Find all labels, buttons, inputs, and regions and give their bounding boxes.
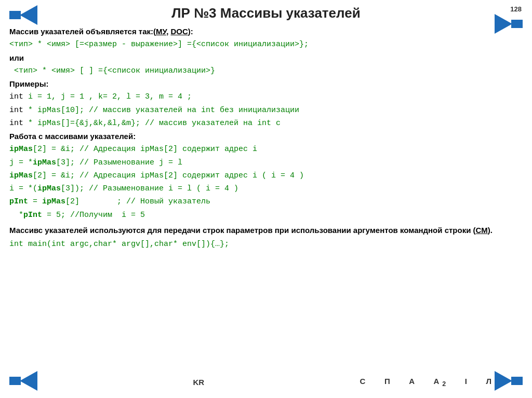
main-content: Массив указателей объявляется так:(МУ, D… (9, 25, 523, 250)
footer-row: KR С П А А2 І Л (0, 371, 532, 393)
nav-arrow-bottom-right[interactable] (495, 371, 523, 393)
code-line-5: j = *ipMas[3]; // Разыменование j = l (9, 157, 523, 169)
nav-arrow-bottom-left[interactable] (9, 371, 37, 393)
code-line-2: int * ipMas[10]; // массив указателей на… (9, 104, 523, 116)
code-line-3: int * ipMas[]={&j,&k,&l,&m}; // массив у… (9, 117, 523, 129)
examples-label: Примеры: (9, 78, 523, 90)
svg-marker-2 (495, 14, 512, 34)
svg-marker-0 (20, 5, 37, 25)
syntax-line1: <тип> * <имя> [=<размер - выражение>] ={… (9, 38, 523, 50)
nav-arrow-right[interactable] (495, 14, 523, 36)
svg-rect-3 (511, 20, 523, 28)
nav-arrow-right-top: 128 (495, 5, 523, 36)
syntax-line2: <тип> * <имя> [ ] ={<список инициализаци… (9, 65, 523, 77)
page-title: ЛР №3 Массивы указателей (9, 5, 523, 21)
or-label: или (9, 52, 523, 64)
code-line-9: *pInt = 5; //Получим i = 5 (9, 209, 523, 221)
code-line-8: pInt = ipMas[2] ; // Новый указатель (9, 196, 523, 208)
code-line-7: i = *(ipMas[3]); // Разыменование i = l … (9, 183, 523, 195)
code-line-4: ipMas[2] = &i; // Адресация ipMas[2] сод… (9, 143, 523, 155)
code-line-6: ipMas[2] = &i; // Адресация ipMas[2] сод… (9, 170, 523, 182)
page-number: 128 (510, 5, 522, 13)
svg-marker-4 (20, 371, 37, 391)
code-line-10: int main(int argc,char* argv[],char* env… (9, 238, 523, 250)
footer-label-right: С П А А2 І Л (360, 377, 495, 388)
nav-arrow-left[interactable] (9, 5, 37, 26)
page-container: ЛР №3 Массивы указателей 128 Массив указ… (0, 0, 532, 398)
code-line-1: int i = 1, j = 1 , k= 2, l = 3, m = 4 ; (9, 91, 523, 103)
work-label: Работа с массивами указателей: (9, 130, 523, 142)
header-row: ЛР №3 Массивы указателей 128 (9, 5, 523, 21)
svg-marker-6 (495, 371, 512, 391)
svg-rect-5 (9, 377, 21, 385)
svg-rect-7 (511, 377, 523, 385)
intro-line1: Массив указателей объявляется так:(МУ, D… (9, 25, 523, 37)
description-text: Массивс указателей используются для пере… (9, 224, 523, 236)
footer-label-kr: KR (37, 378, 360, 387)
subscript-2: 2 (442, 380, 449, 388)
svg-rect-1 (9, 11, 21, 19)
